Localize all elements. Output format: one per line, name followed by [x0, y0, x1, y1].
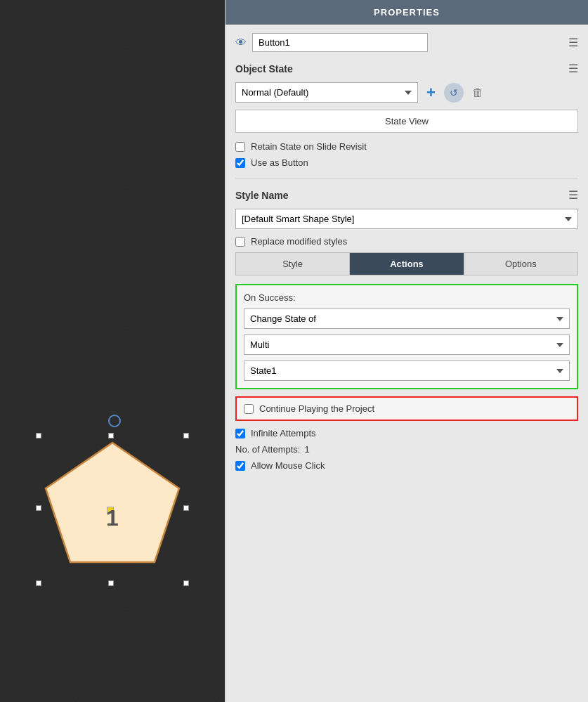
divider-1	[235, 178, 578, 178]
handle-ml[interactable]	[36, 505, 41, 511]
style-name-header: Style Name ☰	[235, 188, 578, 202]
retain-state-row: Retain State on Slide Revisit	[235, 141, 578, 152]
handle-bl[interactable]	[36, 580, 41, 586]
handle-tm[interactable]	[108, 433, 114, 438]
on-success-dropdown[interactable]: Change State of Jump to Slide Open URL P…	[244, 308, 570, 329]
canvas-noise	[0, 0, 225, 702]
retain-state-checkbox[interactable]	[235, 142, 245, 152]
use-as-button-label[interactable]: Use as Button	[251, 157, 308, 168]
attempts-value: 1	[305, 444, 310, 455]
handle-tr[interactable]	[183, 433, 189, 438]
object-name-input[interactable]	[252, 33, 428, 52]
rotation-handle[interactable]	[108, 415, 121, 427]
properties-panel: PROPERTIES 👁 ☰ Object State ☰ Normal (De…	[225, 0, 588, 702]
tabs-row: Style Actions Options	[235, 252, 578, 275]
infinite-attempts-label[interactable]: Infinite Attempts	[251, 428, 316, 438]
attempts-row: No. of Attempts: 1	[235, 444, 578, 455]
tab-actions[interactable]: Actions	[350, 253, 464, 275]
continue-playing-checkbox[interactable]	[244, 404, 254, 414]
replace-styles-row: Replace modified styles	[235, 236, 578, 247]
reset-state-button[interactable]: ↺	[444, 83, 464, 103]
object-state-header: Object State ☰	[235, 62, 578, 75]
use-as-button-row: Use as Button	[235, 157, 578, 168]
name-menu-icon[interactable]: ☰	[568, 36, 578, 49]
svg-marker-0	[46, 443, 179, 562]
bottom-section: Infinite Attempts No. of Attempts: 1 All…	[235, 428, 578, 483]
state-dropdown[interactable]: Normal (Default) State1 State2	[235, 82, 418, 103]
continue-playing-box: Continue Playing the Project	[235, 396, 578, 421]
allow-mouse-click-label[interactable]: Allow Mouse Click	[251, 460, 325, 471]
on-success-label: On Success:	[244, 292, 570, 303]
handle-mr[interactable]	[183, 505, 189, 511]
replace-styles-label[interactable]: Replace modified styles	[251, 236, 347, 247]
handle-bm[interactable]	[108, 580, 114, 586]
handle-br[interactable]	[183, 580, 189, 586]
shape-number-label: 1	[106, 505, 119, 531]
target-state-dropdown[interactable]: State1 Normal (Default) State2	[244, 360, 570, 381]
visibility-icon[interactable]: 👁	[235, 37, 247, 49]
handle-tl[interactable]	[36, 433, 41, 438]
object-state-title: Object State	[235, 63, 293, 74]
style-name-menu-icon[interactable]: ☰	[568, 188, 578, 202]
allow-mouse-click-row: Allow Mouse Click	[235, 460, 578, 471]
attempts-label: No. of Attempts:	[235, 444, 301, 455]
tab-options[interactable]: Options	[464, 253, 577, 275]
use-as-button-checkbox[interactable]	[235, 158, 245, 168]
continue-playing-label[interactable]: Continue Playing the Project	[259, 403, 374, 414]
canvas-area: 1	[0, 0, 225, 702]
target-object-dropdown[interactable]: Multi Button1 Object2	[244, 334, 570, 355]
delete-state-button[interactable]: 🗑	[469, 84, 486, 102]
name-row: 👁 ☰	[235, 33, 578, 52]
on-success-box: On Success: Change State of Jump to Slid…	[235, 284, 578, 389]
panel-title: PROPERTIES	[226, 0, 588, 25]
add-state-button[interactable]: +	[424, 85, 438, 100]
retain-state-label[interactable]: Retain State on Slide Revisit	[251, 141, 367, 152]
allow-mouse-click-checkbox[interactable]	[235, 461, 245, 471]
replace-styles-checkbox[interactable]	[235, 237, 245, 247]
state-view-button[interactable]: State View	[235, 110, 578, 133]
state-row: Normal (Default) State1 State2 + ↺ 🗑	[235, 82, 578, 103]
object-state-menu-icon[interactable]: ☰	[568, 62, 578, 75]
style-name-dropdown[interactable]: [Default Smart Shape Style]	[235, 209, 578, 229]
shape-container[interactable]: 1	[39, 436, 186, 583]
infinite-attempts-row: Infinite Attempts	[235, 428, 578, 438]
style-name-title: Style Name	[235, 190, 288, 201]
tab-style[interactable]: Style	[236, 253, 350, 275]
infinite-attempts-checkbox[interactable]	[235, 429, 245, 438]
